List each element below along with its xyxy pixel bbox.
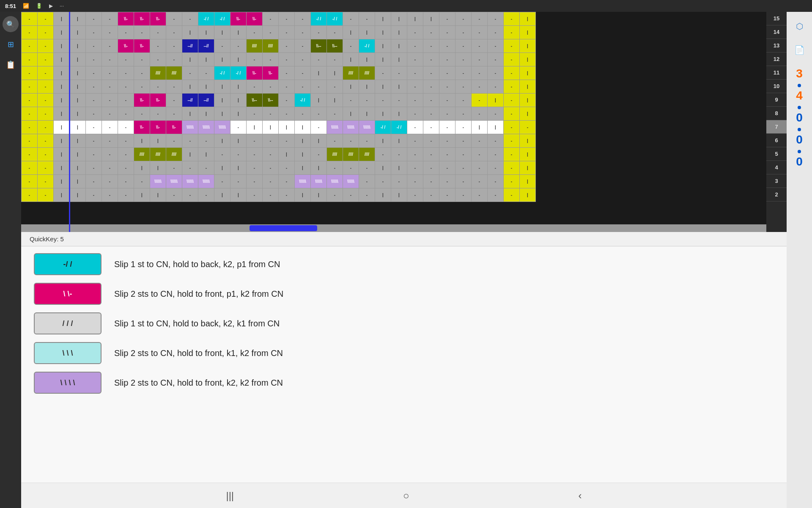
grid-cell: - <box>439 121 455 134</box>
legend-item-3: \ \ \ Slip 2 sts to CN, hold to front, k… <box>34 342 774 364</box>
grid-cell: - <box>86 12 102 26</box>
right-icon-1[interactable]: ⬡ <box>789 16 809 36</box>
grid-cell: \\- <box>134 121 150 134</box>
grid-cell: - <box>295 53 311 66</box>
grid-cell: - <box>423 66 439 80</box>
grid-cell: - <box>391 66 407 80</box>
grid-cell: - <box>439 94 455 107</box>
grid-cell: - <box>472 175 488 188</box>
grid-cell: \\\\\\ <box>182 175 198 188</box>
right-icon-2[interactable]: 📄 <box>789 40 809 60</box>
nav-back-icon[interactable]: ‹ <box>579 490 582 502</box>
grid-cell: \\\\\\ <box>359 121 375 134</box>
grid-cell: | <box>391 26 407 39</box>
grid-cell: - <box>375 148 391 161</box>
blue-vertical-line <box>69 12 70 232</box>
grid-cell: - <box>166 134 182 148</box>
grid-cell: | <box>295 148 311 161</box>
grid-cell: | <box>520 26 536 39</box>
grid-cell: - <box>407 148 423 161</box>
grid-cell: - <box>343 161 359 175</box>
row-num-14: 14 <box>766 25 787 39</box>
grid-cell: | <box>375 53 391 66</box>
grid-cell: - <box>230 121 247 134</box>
grid-cell: \\- <box>230 12 247 26</box>
grid-cell: \\\\\\ <box>198 175 214 188</box>
grid-cell: //// <box>247 39 263 53</box>
grid-cell: | <box>54 26 70 39</box>
grid-cell: - <box>22 148 38 161</box>
nav-menu-icon[interactable]: ||| <box>226 490 234 502</box>
grid-cell: - <box>455 175 472 188</box>
grid-cell: - <box>279 188 295 202</box>
grid-cell: \\- <box>118 39 134 53</box>
grid-cell: | <box>182 26 198 39</box>
grid-cell: - <box>22 39 38 53</box>
grid-cell: - <box>22 12 38 26</box>
grid-cell: | <box>295 188 311 202</box>
grid-cell: | <box>311 66 327 80</box>
legend-area[interactable]: -/ / Slip 1 st to CN, hold to back, k2, … <box>21 246 787 483</box>
grid-cell: - <box>504 134 520 148</box>
grid-cell: - <box>198 134 214 148</box>
grid-cell: | <box>520 188 536 202</box>
grid-cell: - <box>38 134 54 148</box>
grid-cell: - <box>455 26 472 39</box>
grid-cell: - <box>455 94 472 107</box>
grid-cell: - <box>327 161 343 175</box>
grid-cell: - <box>279 39 295 53</box>
grid-cell: - <box>455 107 472 121</box>
grid-cell: | <box>311 94 327 107</box>
grid-cell: -/ / <box>359 39 375 53</box>
grid-cell: - <box>504 121 520 134</box>
grid-cell: - <box>22 188 38 202</box>
grid-cell: - <box>327 188 343 202</box>
right-number-3: 3 <box>796 67 803 80</box>
grid-edit-icon[interactable]: ⊞ <box>3 36 19 52</box>
grid-cell: - <box>359 12 375 26</box>
search-icon[interactable]: 🔍 <box>3 16 19 32</box>
quickkey-label: QuickKey: 5 <box>30 235 64 243</box>
grid-cell: | <box>214 107 230 121</box>
grid-cell: | <box>407 12 423 26</box>
nav-home-icon[interactable]: ○ <box>403 490 409 502</box>
grid-cell: - <box>488 175 504 188</box>
grid-cell: - <box>86 175 102 188</box>
grid-cell: - <box>198 66 214 80</box>
grid-cell: - <box>488 134 504 148</box>
grid-cell: - <box>455 121 472 134</box>
horizontal-scrollbar[interactable] <box>21 224 766 232</box>
grid-cell: \\\\\\ <box>198 121 214 134</box>
grid-cell: | <box>391 53 407 66</box>
grid-cell: - <box>327 26 343 39</box>
grid-cell: \\-- <box>327 39 343 53</box>
grid-cell: - <box>504 80 520 94</box>
row-num-11: 11 <box>766 66 787 80</box>
scroll-thumb[interactable] <box>250 225 317 231</box>
grid-cell: | <box>70 66 86 80</box>
grid-cell: - <box>488 80 504 94</box>
report-icon[interactable]: 📋 <box>3 57 19 73</box>
grid-cell: | <box>230 134 247 148</box>
grid-cell: | <box>423 12 439 26</box>
grid-cell: - <box>423 175 439 188</box>
grid-cell: - <box>472 39 488 53</box>
grid-cell: | <box>230 94 247 107</box>
grid-cell: | <box>520 161 536 175</box>
grid-cell: | <box>520 12 536 26</box>
grid-cell: | <box>375 134 391 148</box>
grid-scroll[interactable]: --||--\\-\\-\\----/ /-/ /\\-\\-----/ /-/… <box>21 12 766 232</box>
grid-cell: - <box>391 148 407 161</box>
grid-cell: - <box>86 134 102 148</box>
grid-cell: - <box>488 161 504 175</box>
grid-cell: - <box>488 188 504 202</box>
grid-cell: - <box>134 66 150 80</box>
grid-cell: - <box>407 66 423 80</box>
grid-cell: - <box>407 39 423 53</box>
grid-cell: \\-- <box>263 94 279 107</box>
grid-cell: - <box>263 134 279 148</box>
grid-cell: - <box>102 148 118 161</box>
grid-cell: - <box>247 175 263 188</box>
grid-cell: | <box>54 107 70 121</box>
grid-cell: \\- <box>247 12 263 26</box>
